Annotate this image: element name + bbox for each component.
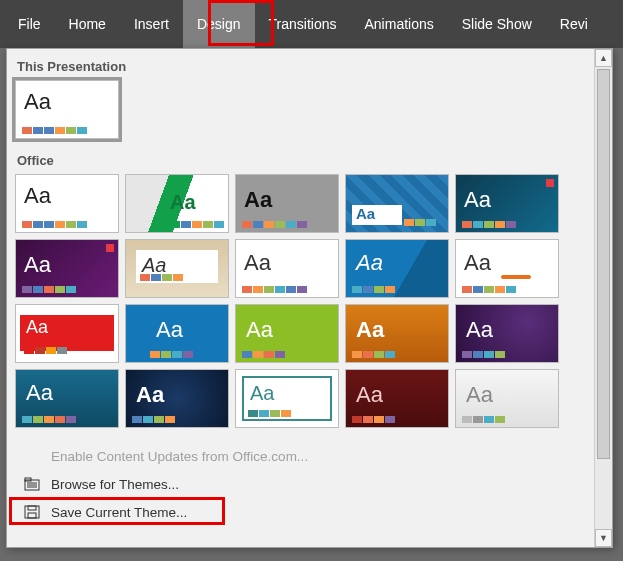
menu-browse-themes-label: Browse for Themes... (51, 477, 179, 492)
theme-aa: Aa (24, 252, 51, 278)
theme-swatches (24, 347, 67, 354)
svg-rect-6 (28, 506, 36, 510)
theme-aa: Aa (170, 191, 196, 214)
theme-slice[interactable]: Aa (345, 239, 449, 298)
menu-browse-themes[interactable]: Browse for Themes... (15, 470, 590, 498)
menu-save-theme[interactable]: Save Current Theme... (15, 498, 590, 526)
theme-swatches (140, 274, 183, 281)
theme-swatches (248, 410, 291, 417)
theme-wisp[interactable]: Aa (455, 239, 559, 298)
theme-swatches (22, 286, 76, 293)
theme-swatches (242, 221, 307, 228)
tab-design[interactable]: Design (183, 0, 255, 48)
svg-rect-7 (28, 513, 36, 518)
theme-aa: Aa (26, 380, 53, 406)
theme-swatches (22, 416, 76, 423)
tab-home[interactable]: Home (55, 0, 120, 48)
tab-slideshow[interactable]: Slide Show (448, 0, 546, 48)
theme-organic[interactable]: Aa (125, 239, 229, 298)
theme-retrospect[interactable]: Aa (235, 239, 339, 298)
theme-damask[interactable]: Aa (15, 369, 119, 428)
theme-gray[interactable]: Aa (235, 174, 339, 233)
scroll-up-button[interactable]: ▲ (595, 49, 612, 67)
theme-circuit[interactable]: Aa (455, 304, 559, 363)
menu-enable-updates: Enable Content Updates from Office.com..… (15, 442, 590, 470)
ribbon: File Home Insert Design Transitions Anim… (0, 0, 623, 48)
save-icon (23, 504, 41, 520)
theme-aa: Aa (246, 317, 273, 343)
themes-scrollbar[interactable]: ▲ ▼ (594, 49, 612, 547)
theme-swatches (352, 416, 395, 423)
theme-aa: Aa (466, 382, 493, 408)
tab-file[interactable]: File (4, 0, 55, 48)
themes-panel: This Presentation Aa Office Aa Aa Aa (7, 49, 594, 547)
theme-integral[interactable]: Aa (345, 174, 449, 233)
theme-frame[interactable]: Aa (455, 369, 559, 428)
tab-insert[interactable]: Insert (120, 0, 183, 48)
theme-aa: Aa (464, 250, 491, 276)
theme-aa: Aa (136, 382, 164, 408)
theme-swatches (404, 219, 436, 226)
theme-swatches (150, 351, 193, 358)
theme-depth[interactable]: Aa (125, 369, 229, 428)
theme-facet[interactable]: Aa (125, 174, 229, 233)
theme-aa: Aa (464, 187, 491, 213)
theme-aa: Aa (356, 205, 375, 222)
theme-office[interactable]: Aa (15, 174, 119, 233)
theme-swatches (170, 221, 224, 228)
section-this-presentation: This Presentation (15, 55, 590, 80)
office-row: Aa Aa Aa Aa Aa (15, 174, 590, 438)
theme-aa: Aa (466, 317, 493, 343)
menu-save-theme-label: Save Current Theme... (51, 505, 187, 520)
theme-aa: Aa (356, 250, 383, 276)
scroll-thumb[interactable] (597, 69, 610, 459)
theme-aa: Aa (26, 317, 48, 338)
themes-dropdown: This Presentation Aa Office Aa Aa Aa (6, 48, 613, 548)
theme-ion[interactable]: Aa (455, 174, 559, 233)
theme-swatches (352, 286, 395, 293)
theme-swatches (352, 351, 395, 358)
tab-animations[interactable]: Animations (350, 0, 447, 48)
menu-enable-updates-label: Enable Content Updates from Office.com..… (51, 449, 308, 464)
theme-aa: Aa (356, 317, 384, 343)
theme-swatches (132, 416, 175, 423)
theme-droplet[interactable]: Aa (345, 369, 449, 428)
folder-icon (23, 476, 41, 492)
tab-review[interactable]: Revi (546, 0, 602, 48)
theme-badge[interactable]: Aa (15, 304, 119, 363)
theme-swatches (462, 416, 505, 423)
theme-aa: Aa (156, 317, 183, 343)
theme-aa: Aa (24, 89, 51, 115)
theme-aa: Aa (24, 183, 51, 209)
tab-transitions[interactable]: Transitions (255, 0, 351, 48)
theme-swatches (22, 221, 87, 228)
theme-swatches (22, 127, 87, 134)
theme-swatches (462, 286, 516, 293)
theme-ion-boardroom[interactable]: Aa (15, 239, 119, 298)
theme-current[interactable]: Aa (15, 80, 119, 139)
theme-berlin[interactable]: Aa (345, 304, 449, 363)
theme-aa: Aa (244, 187, 272, 213)
section-office: Office (15, 149, 590, 174)
theme-swatches (242, 351, 285, 358)
scroll-down-button[interactable]: ▼ (595, 529, 612, 547)
blank-icon (23, 448, 41, 464)
theme-aa: Aa (356, 382, 383, 408)
theme-swatches (242, 286, 307, 293)
theme-aa: Aa (250, 382, 274, 405)
theme-swatches (462, 351, 505, 358)
this-presentation-row: Aa (15, 80, 590, 149)
theme-basis[interactable]: Aa (235, 304, 339, 363)
theme-swatches (462, 221, 516, 228)
dropdown-footer: Enable Content Updates from Office.com..… (15, 442, 590, 526)
theme-aa: Aa (244, 250, 271, 276)
svg-rect-5 (25, 506, 39, 518)
theme-banded[interactable]: Aa (125, 304, 229, 363)
theme-dividend[interactable]: Aa (235, 369, 339, 428)
